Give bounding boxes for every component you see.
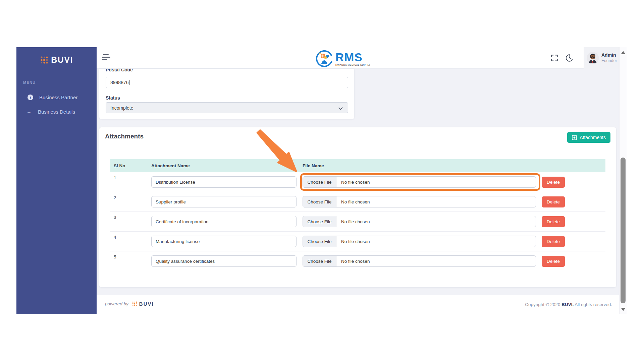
footer: powered by BUVI Copyright © 2020 BUVI. A… — [97, 295, 619, 314]
info-icon: i — [28, 95, 33, 100]
table-row: 5 Choose File No file chosen Delete — [110, 251, 605, 271]
file-status-text: No file chosen — [341, 239, 370, 244]
row-number: 1 — [110, 172, 148, 180]
attachments-section-title: Attachments — [105, 133, 144, 140]
plus-square-icon — [572, 135, 577, 140]
fullscreen-button[interactable] — [550, 54, 559, 62]
copyright-brand: BUVI. — [561, 302, 574, 307]
page: BUVI MENU i Business Partner – Business … — [0, 0, 644, 362]
postal-code-value: 8998876 — [110, 80, 129, 85]
choose-file-button[interactable]: Choose File — [303, 216, 336, 227]
user-role: Founder — [601, 58, 617, 64]
choose-file-button[interactable]: Choose File — [303, 177, 336, 187]
scroll-down-button[interactable] — [621, 308, 626, 311]
file-input[interactable]: Choose File No file chosen — [303, 236, 536, 247]
choose-file-button[interactable]: Choose File — [303, 236, 336, 247]
attachment-name-input[interactable] — [151, 176, 297, 188]
rms-logo: RMS RWANDA MEDICAL SUPPLY — [315, 50, 371, 68]
sidebar-item-label: Business Partner — [39, 95, 77, 100]
column-header-sl-no: Sl No — [110, 163, 148, 168]
file-status-text: No file chosen — [341, 219, 370, 224]
sidebar: BUVI MENU i Business Partner – Business … — [16, 47, 97, 314]
scrollbar-thumb[interactable] — [621, 158, 626, 303]
attachment-name-input[interactable] — [151, 236, 297, 247]
add-attachments-label: Attachments — [580, 135, 606, 140]
attachments-table: Sl No Attachment Name File Name 1 Choose… — [110, 159, 605, 271]
user-name: Admin — [601, 52, 617, 58]
dark-mode-toggle[interactable] — [565, 54, 574, 62]
table-header-row: Sl No Attachment Name File Name — [110, 159, 605, 172]
row-number: 3 — [110, 212, 148, 220]
buvi-logo-text: BUVI — [51, 55, 73, 65]
buvi-logo: BUVI — [16, 47, 97, 65]
powered-by-text: powered by — [105, 301, 128, 306]
delete-button[interactable]: Delete — [542, 236, 565, 247]
business-details-form-card: Postal Code 8998876 Status Incomplete — [99, 69, 354, 119]
powered-by: powered by BUVI — [105, 301, 154, 307]
table-row: 2 Choose File No file chosen Delete — [110, 192, 605, 212]
file-status-text: No file chosen — [341, 259, 370, 264]
postal-code-field[interactable]: 8998876 — [106, 77, 348, 88]
row-number: 2 — [110, 192, 148, 200]
moon-icon — [565, 54, 574, 62]
file-status-text: No file chosen — [341, 180, 370, 185]
status-label: Status — [106, 95, 120, 101]
attachment-name-input[interactable] — [151, 255, 297, 267]
fullscreen-icon — [550, 54, 559, 62]
table-row: 4 Choose File No file chosen Delete — [110, 232, 605, 251]
buvi-footer-logo-text: BUVI — [139, 301, 154, 307]
attachments-card: Attachments Attachments Sl No Attachment… — [99, 127, 616, 287]
status-selected-value: Incomplete — [110, 105, 133, 111]
user-menu[interactable]: Admin Founder — [584, 47, 619, 69]
delete-button[interactable]: Delete — [542, 216, 565, 227]
rms-logo-tagline: RWANDA MEDICAL SUPPLY — [335, 64, 371, 66]
table-row: 3 Choose File No file chosen Delete — [110, 212, 605, 232]
file-status-text: No file chosen — [341, 199, 370, 204]
column-header-attachment-name: Attachment Name — [148, 163, 300, 168]
avatar — [587, 52, 599, 64]
delete-button[interactable]: Delete — [542, 256, 565, 267]
table-row: 1 Choose File No file chosen Delete — [110, 172, 605, 192]
status-select[interactable]: Incomplete — [106, 102, 348, 113]
buvi-footer-logo: BUVI — [132, 301, 154, 307]
choose-file-button[interactable]: Choose File — [303, 196, 336, 207]
text-cursor — [129, 80, 130, 85]
top-header: RMS RWANDA MEDICAL SUPPLY — [97, 47, 619, 69]
scrollbar — [619, 47, 627, 314]
buvi-grid-icon — [40, 56, 49, 64]
sidebar-item-business-partner[interactable]: i Business Partner — [28, 95, 97, 100]
add-attachments-button[interactable]: Attachments — [567, 132, 610, 143]
buvi-grid-icon — [132, 301, 138, 307]
sidebar-item-label: Business Details — [38, 109, 75, 115]
attachment-name-input[interactable] — [151, 216, 297, 227]
rms-logo-icon — [315, 50, 333, 68]
menu-toggle-icon[interactable] — [102, 54, 111, 62]
file-input[interactable]: Choose File No file chosen — [303, 255, 536, 267]
menu-section-label: MENU — [23, 80, 97, 84]
rms-logo-text: RMS — [335, 51, 371, 63]
column-header-file-name: File Name — [300, 163, 538, 168]
sidebar-item-business-details[interactable]: – Business Details — [26, 109, 97, 115]
file-input[interactable]: Choose File No file chosen — [303, 176, 536, 188]
file-input[interactable]: Choose File No file chosen — [303, 216, 536, 227]
dash-icon: – — [26, 109, 32, 115]
postal-code-label: Postal Code — [106, 69, 133, 72]
chevron-down-icon — [338, 106, 343, 110]
file-input[interactable]: Choose File No file chosen — [303, 196, 536, 207]
main-content: Postal Code 8998876 Status Incomplete At… — [97, 69, 619, 295]
delete-button[interactable]: Delete — [542, 196, 565, 207]
choose-file-button[interactable]: Choose File — [303, 256, 336, 266]
scroll-up-button[interactable] — [621, 51, 626, 54]
row-number: 4 — [110, 232, 148, 240]
delete-button[interactable]: Delete — [542, 177, 565, 188]
copyright-text: Copyright © 2020 BUVI. All rights reserv… — [525, 302, 612, 307]
attachment-name-input[interactable] — [151, 196, 297, 207]
row-number: 5 — [110, 251, 148, 259]
